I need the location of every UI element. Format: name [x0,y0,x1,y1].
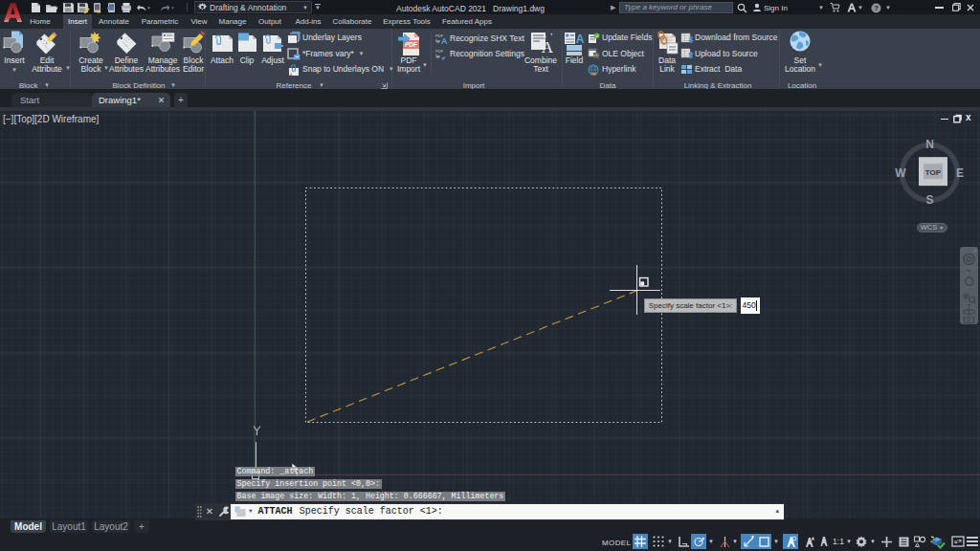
svg-text:W: W [895,166,906,180]
svg-text:TOP: TOP [925,168,942,177]
svg-text:N: N [925,138,934,151]
svg-text:A: A [576,33,585,46]
svg-text:S: S [925,193,933,206]
svg-text:PDF: PDF [405,41,417,48]
svg-text:A: A [542,38,553,55]
svg-text:E: E [956,166,964,180]
svg-text:A: A [441,36,448,45]
svg-text:?: ? [874,4,879,12]
svg-text:PDF: PDF [435,49,444,54]
